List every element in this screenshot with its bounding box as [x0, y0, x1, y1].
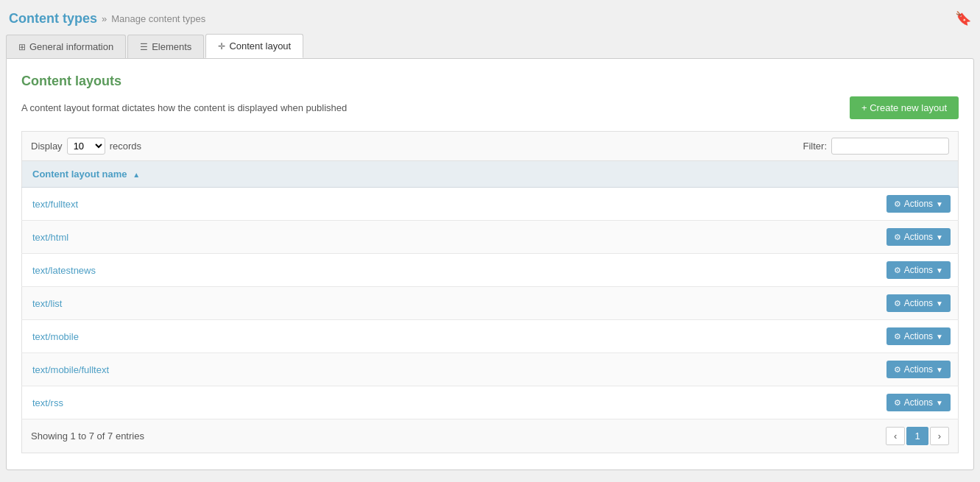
- gear-icon: ⚙: [894, 398, 901, 408]
- row-name-link[interactable]: text/fulltext: [32, 199, 78, 210]
- table-row: text/mobile/fulltext⚙Actions▼: [22, 353, 959, 386]
- actions-cell: ⚙Actions▼: [870, 221, 959, 254]
- filter-input[interactable]: [831, 138, 949, 155]
- actions-cell: ⚙Actions▼: [870, 188, 959, 221]
- page-title: Content types: [9, 11, 97, 26]
- caret-icon: ▼: [936, 399, 943, 407]
- breadcrumb-sub: Manage content types: [111, 13, 205, 24]
- actions-button[interactable]: ⚙Actions▼: [886, 228, 951, 246]
- records-label: records: [110, 141, 141, 152]
- row-name-link[interactable]: text/mobile/fulltext: [32, 364, 109, 375]
- table-row: text/mobile⚙Actions▼: [22, 320, 959, 353]
- page-1-button[interactable]: 1: [906, 427, 928, 445]
- row-name-cell: text/mobile/fulltext: [22, 353, 870, 386]
- content-layout-tab-icon: ✛: [218, 41, 225, 52]
- caret-icon: ▼: [936, 366, 943, 374]
- row-name-link[interactable]: text/mobile: [32, 331, 79, 342]
- elements-tab-icon: ☰: [140, 42, 148, 52]
- page-title-group: Content types » Manage content types: [9, 11, 205, 26]
- showing-text: Showing 1 to 7 of 7 entries: [31, 430, 144, 442]
- actions-button[interactable]: ⚙Actions▼: [886, 294, 951, 312]
- table-row: text/list⚙Actions▼: [22, 287, 959, 320]
- table-header-row: Content layout name ▲: [22, 161, 959, 188]
- content-layouts-title: Content layouts: [21, 74, 959, 89]
- display-label: Display: [31, 141, 63, 152]
- actions-cell: ⚙Actions▼: [870, 320, 959, 353]
- caret-icon: ▼: [936, 233, 943, 241]
- caret-icon: ▼: [936, 266, 943, 274]
- gear-icon: ⚙: [894, 365, 901, 375]
- col-header-name[interactable]: Content layout name ▲: [22, 161, 870, 188]
- row-name-cell: text/fulltext: [22, 188, 870, 221]
- actions-button[interactable]: ⚙Actions▼: [886, 394, 951, 411]
- actions-button[interactable]: ⚙Actions▼: [886, 261, 951, 279]
- col-header-actions: [870, 161, 959, 188]
- gear-icon: ⚙: [894, 199, 901, 209]
- actions-cell: ⚙Actions▼: [870, 254, 959, 287]
- elements-tab-label: Elements: [152, 41, 191, 52]
- prev-page-button[interactable]: ‹: [886, 427, 905, 445]
- actions-button[interactable]: ⚙Actions▼: [886, 361, 951, 378]
- table-row: text/latestnews⚙Actions▼: [22, 254, 959, 287]
- row-name-link[interactable]: text/html: [32, 232, 68, 243]
- tab-elements[interactable]: ☰ Elements: [127, 35, 204, 58]
- description-row: A content layout format dictates how the…: [21, 96, 959, 119]
- actions-button[interactable]: ⚙Actions▼: [886, 195, 951, 213]
- main-card: Content layouts A content layout format …: [6, 58, 974, 470]
- tab-content-layout[interactable]: ✛ Content layout: [205, 34, 303, 58]
- description-text: A content layout format dictates how the…: [21, 102, 347, 113]
- gear-icon: ⚙: [894, 266, 901, 275]
- create-new-layout-button[interactable]: + Create new layout: [850, 96, 959, 119]
- gear-icon: ⚙: [894, 299, 901, 308]
- tab-general-information[interactable]: ⊞ General information: [6, 35, 126, 58]
- caret-icon: ▼: [936, 300, 943, 308]
- breadcrumb-sep: »: [102, 13, 107, 24]
- row-name-cell: text/list: [22, 287, 870, 320]
- display-group: Display 10 25 50 100 records: [31, 138, 141, 155]
- row-name-cell: text/html: [22, 221, 870, 254]
- content-layout-tab-label: Content layout: [229, 40, 291, 52]
- sort-icon: ▲: [133, 171, 140, 179]
- filter-label: Filter:: [803, 141, 828, 152]
- filter-group: Filter:: [803, 138, 950, 155]
- row-name-cell: text/rss: [22, 386, 870, 419]
- actions-cell: ⚙Actions▼: [870, 386, 959, 419]
- table-controls: Display 10 25 50 100 records Filter:: [21, 131, 959, 160]
- table-row: text/fulltext⚙Actions▼: [22, 188, 959, 221]
- row-name-link[interactable]: text/rss: [32, 397, 63, 408]
- table-row: text/html⚙Actions▼: [22, 221, 959, 254]
- table-footer: Showing 1 to 7 of 7 entries ‹ 1 ›: [21, 419, 959, 453]
- tabs-bar: ⊞ General information ☰ Elements ✛ Conte…: [6, 34, 974, 58]
- table-body: text/fulltext⚙Actions▼text/html⚙Actions▼…: [22, 188, 959, 419]
- table-row: text/rss⚙Actions▼: [22, 386, 959, 419]
- gear-icon: ⚙: [894, 332, 901, 341]
- caret-icon: ▼: [936, 333, 943, 341]
- general-tab-label: General information: [29, 41, 113, 52]
- actions-button[interactable]: ⚙Actions▼: [886, 327, 951, 345]
- row-name-cell: text/mobile: [22, 320, 870, 353]
- page-wrapper: Content types » Manage content types 🔖 ⊞…: [0, 0, 980, 482]
- gear-icon: ⚙: [894, 233, 901, 242]
- actions-cell: ⚙Actions▼: [870, 287, 959, 320]
- next-page-button[interactable]: ›: [930, 427, 949, 445]
- page-header: Content types » Manage content types 🔖: [6, 6, 974, 34]
- display-select[interactable]: 10 25 50 100: [67, 138, 105, 155]
- data-table: Content layout name ▲ text/fulltext⚙Acti…: [21, 160, 959, 419]
- row-name-link[interactable]: text/latestnews: [32, 265, 96, 276]
- row-name-cell: text/latestnews: [22, 254, 870, 287]
- actions-cell: ⚙Actions▼: [870, 353, 959, 386]
- col-name-label: Content layout name: [32, 169, 127, 180]
- row-name-link[interactable]: text/list: [32, 298, 62, 309]
- caret-icon: ▼: [936, 200, 943, 208]
- pagination: ‹ 1 ›: [886, 427, 949, 445]
- general-tab-icon: ⊞: [18, 42, 26, 52]
- bookmark-icon: 🔖: [955, 10, 971, 26]
